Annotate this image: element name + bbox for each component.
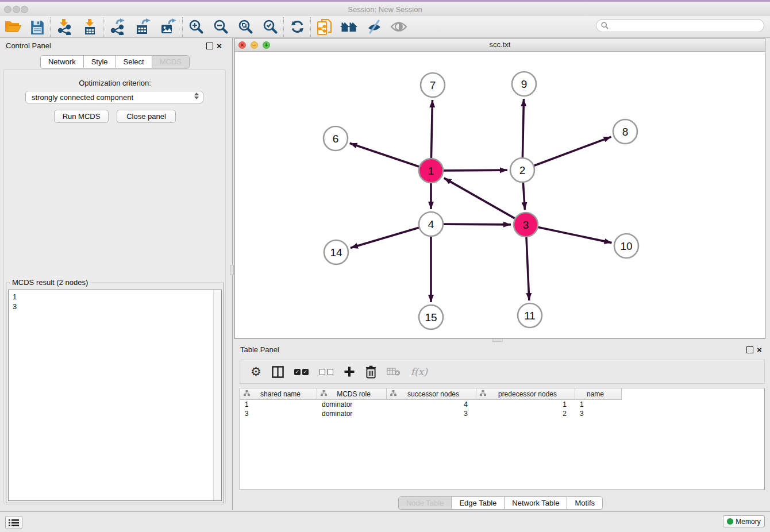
edge-2-9[interactable] <box>522 99 523 157</box>
cell: 1 <box>240 400 317 409</box>
tab-mcds[interactable]: MCDS <box>152 56 189 68</box>
memory-button[interactable]: Memory <box>723 515 765 527</box>
zoom-selected-icon[interactable] <box>263 18 278 36</box>
tab-style[interactable]: Style <box>84 56 116 68</box>
select-all-checks-icon[interactable]: ✓✓ <box>294 369 309 375</box>
node-7[interactable]: 7 <box>421 73 445 97</box>
toolbar-separator <box>310 17 311 37</box>
column-header-shared-name[interactable]: shared name <box>240 388 317 399</box>
vertical-splitter-grip[interactable] <box>230 265 234 275</box>
zoom-out-icon[interactable] <box>213 18 229 36</box>
search-input[interactable] <box>596 19 764 32</box>
toolbar-separator <box>103 17 104 37</box>
tab-motifs[interactable]: Motifs <box>567 497 602 509</box>
save-session-icon[interactable] <box>30 18 45 36</box>
export-image-icon[interactable] <box>160 18 177 36</box>
optimization-criterion-dropdown[interactable]: strongly connected component <box>25 91 203 103</box>
edge-2-8[interactable] <box>534 137 611 165</box>
import-table-icon[interactable] <box>82 18 98 36</box>
edge-3-1[interactable] <box>444 178 515 218</box>
tab-node-table[interactable]: Node Table <box>399 497 452 509</box>
search-icon <box>601 22 609 29</box>
apply-function-icon: f(x) <box>411 366 428 377</box>
node-4[interactable]: 4 <box>419 212 443 236</box>
status-bar <box>0 511 770 532</box>
cell: dominator <box>317 409 387 418</box>
run-mcds-button[interactable]: Run MCDS <box>54 110 109 123</box>
export-table-icon[interactable] <box>134 18 152 36</box>
edge-1-2[interactable] <box>444 170 507 171</box>
edge-4-3[interactable] <box>444 224 511 225</box>
toolbar-separator <box>50 17 51 37</box>
table-row-3[interactable]: 3dominator323 <box>240 409 622 418</box>
column-header-mcds-role[interactable]: MCDS role <box>317 388 387 399</box>
export-network-icon[interactable] <box>109 18 126 36</box>
svg-text:14: 14 <box>330 246 342 259</box>
delete-column-icon[interactable] <box>365 365 376 379</box>
control-panel-title: Control Panel <box>6 41 51 50</box>
edge-2-3[interactable] <box>523 183 525 210</box>
cell: 4 <box>387 400 476 409</box>
duplicate-network-icon[interactable] <box>317 18 332 36</box>
edge-3-11[interactable] <box>526 237 529 300</box>
node-6[interactable]: 6 <box>324 126 348 151</box>
node-8[interactable]: 8 <box>613 119 637 144</box>
table-float-icon[interactable] <box>746 346 753 353</box>
edge-4-14[interactable] <box>351 228 419 248</box>
node-9[interactable]: 9 <box>512 72 536 96</box>
cell: 3 <box>575 409 622 418</box>
open-file-icon[interactable] <box>5 18 22 36</box>
hide-details-icon[interactable] <box>367 18 382 36</box>
refresh-layout-icon[interactable] <box>290 18 305 36</box>
column-header-name[interactable]: name <box>575 388 622 399</box>
svg-text:1: 1 <box>428 165 434 177</box>
column-header-successor-nodes[interactable]: successor nodes <box>387 388 476 399</box>
table-options-gear-icon[interactable]: ⚙ <box>251 366 261 377</box>
zoom-fit-icon[interactable] <box>238 18 253 36</box>
import-network-icon[interactable] <box>56 18 72 36</box>
float-panel-icon[interactable] <box>206 43 213 49</box>
mcds-result-title: MCDS result (2 nodes) <box>10 278 90 287</box>
column-tree-icon <box>390 390 396 398</box>
tab-network[interactable]: Network <box>41 56 84 68</box>
session-title: Session: New Session <box>0 5 770 14</box>
column-header-predecessor-nodes[interactable]: predecessor nodes <box>476 388 575 399</box>
zoom-in-icon[interactable] <box>188 18 204 36</box>
table-panel-header: Table Panel × <box>234 342 767 357</box>
node-3[interactable]: 3 <box>514 213 538 237</box>
tab-edge-table[interactable]: Edge Table <box>452 497 505 509</box>
column-label: shared name <box>250 390 317 398</box>
tab-network-table[interactable]: Network Table <box>505 497 567 509</box>
svg-text:10: 10 <box>620 240 632 252</box>
network-graph[interactable]: 7968124314101511 <box>235 51 765 338</box>
node-11[interactable]: 11 <box>518 303 542 327</box>
close-panel-button[interactable]: Close panel <box>117 110 176 123</box>
task-history-button[interactable] <box>5 516 22 529</box>
node-1[interactable]: 1 <box>419 159 443 183</box>
table-close-icon[interactable]: × <box>757 346 762 353</box>
network-window-title: scc.txt <box>235 40 765 49</box>
column-label: name <box>575 390 621 398</box>
home-pages-icon[interactable] <box>340 18 359 36</box>
memory-status-icon <box>727 518 733 525</box>
result-scrollbar[interactable] <box>213 290 221 500</box>
deselect-all-checks-icon[interactable] <box>319 369 333 375</box>
tab-select[interactable]: Select <box>116 56 152 68</box>
column-tree-icon <box>244 390 250 398</box>
node-14[interactable]: 14 <box>324 240 348 264</box>
node-10[interactable]: 10 <box>614 234 638 258</box>
edge-3-10[interactable] <box>538 228 612 243</box>
edge-1-7[interactable] <box>431 100 432 158</box>
node-15[interactable]: 15 <box>419 305 443 329</box>
table-panel-title: Table Panel <box>240 345 279 354</box>
edge-1-6[interactable] <box>350 143 419 167</box>
mcds-result-textarea[interactable]: 13 <box>8 290 222 501</box>
node-2[interactable]: 2 <box>510 158 534 182</box>
result-line: 1 <box>13 292 17 302</box>
show-column-icon[interactable] <box>272 366 284 378</box>
close-panel-icon[interactable]: × <box>217 43 222 49</box>
add-column-icon[interactable] <box>344 366 355 377</box>
svg-text:7: 7 <box>430 79 436 91</box>
network-window-titlebar[interactable]: × − + scc.txt <box>235 38 765 52</box>
table-row-1[interactable]: 1dominator411 <box>240 400 622 409</box>
